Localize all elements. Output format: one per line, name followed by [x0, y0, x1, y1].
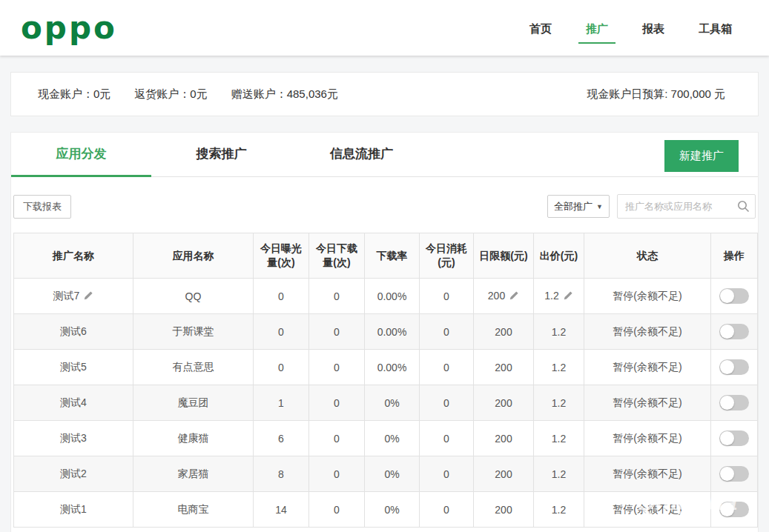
tab-feed-promotion[interactable]: 信息流推广 [291, 133, 432, 177]
toggle-knob [720, 360, 734, 374]
cell-daily-limit: 200 [474, 350, 534, 385]
cell-app-name: QQ [133, 279, 254, 314]
col-header-status: 状态 [584, 233, 711, 279]
cell-daily-limit: 200 [474, 385, 534, 421]
col-header-daily-limit: 日限额(元) [474, 233, 534, 279]
cell-spend: 0 [420, 314, 474, 350]
cell-campaign-name: 测试1 [14, 492, 133, 528]
cell-download-rate: 0.00% [365, 314, 420, 350]
cell-actions [711, 279, 758, 314]
cell-download-rate: 0% [365, 421, 420, 456]
cell-bid: 1.2 [534, 492, 584, 528]
edit-limit-icon[interactable] [509, 290, 519, 303]
promotion-type-tabs: 应用分发 搜索推广 信息流推广 新建推广 [11, 133, 758, 177]
chevron-down-icon: ▼ [596, 203, 603, 210]
toggle-knob [720, 289, 734, 303]
campaign-filter-dropdown[interactable]: 全部推广 ▼ [547, 195, 610, 218]
cell-app-name: 有点意思 [133, 350, 254, 385]
col-header-downloads-today: 今日下载量(次) [309, 233, 365, 279]
cell-download-rate: 0% [365, 492, 420, 528]
cell-impressions: 0 [254, 279, 309, 314]
cell-download-rate: 0.00% [365, 350, 420, 385]
cell-impressions: 0 [254, 350, 309, 385]
cell-spend: 0 [420, 279, 474, 314]
enable-toggle[interactable] [719, 395, 749, 410]
cell-daily-limit: 200 [474, 421, 534, 456]
cell-downloads: 0 [309, 350, 365, 385]
edit-bid-icon[interactable] [563, 290, 573, 303]
toolbar-right-group: 全部推广 ▼ [547, 194, 756, 219]
cell-downloads: 0 [309, 279, 365, 314]
top-header: oppo 首页 推广 报表 工具箱 [0, 0, 769, 56]
col-header-actions: 操作 [711, 233, 758, 279]
cell-bid: 1.2 [534, 279, 584, 314]
table-row: 测试2 家居猫 8 0 0% 0 200 1.2 暂停(余额不足) [14, 456, 758, 492]
cell-daily-limit: 200 [474, 492, 534, 528]
cell-impressions: 8 [254, 456, 309, 492]
cell-impressions: 1 [254, 385, 309, 421]
table-row: 测试5 有点意思 0 0 0.00% 0 200 1.2 暂停(余额不足) [14, 350, 758, 385]
enable-toggle[interactable] [719, 324, 749, 339]
promotion-panel: 应用分发 搜索推广 信息流推广 新建推广 下载报表 全部推广 ▼ [10, 132, 759, 532]
cell-spend: 0 [420, 385, 474, 421]
main-nav: 首页 推广 报表 工具箱 [503, 0, 769, 56]
enable-toggle[interactable] [719, 359, 749, 375]
col-header-app-name: 应用名称 [133, 233, 254, 279]
col-header-campaign-name: 推广名称 [14, 233, 133, 279]
tab-search-promotion[interactable]: 搜索推广 [151, 133, 291, 177]
cell-campaign-name: 测试4 [14, 385, 133, 421]
tab-app-distribution[interactable]: 应用分发 [11, 133, 151, 177]
enable-toggle[interactable] [719, 430, 749, 446]
cell-downloads: 0 [309, 421, 365, 456]
return-account-balance: 返货账户：0元 [134, 87, 207, 102]
cell-bid: 1.2 [534, 350, 584, 385]
table-header-row: 推广名称 应用名称 今日曝光量(次) 今日下载量(次) 下载率 今日消耗(元) … [14, 233, 758, 279]
cell-bid: 1.2 [534, 456, 584, 492]
new-campaign-button[interactable]: 新建推广 [664, 140, 739, 172]
cell-spend: 0 [420, 421, 474, 456]
cell-actions [711, 492, 758, 528]
campaign-filter-value: 全部推广 [554, 200, 593, 213]
nav-item-toolbox[interactable]: 工具箱 [691, 0, 739, 44]
nav-item-home[interactable]: 首页 [522, 0, 559, 44]
download-report-button[interactable]: 下载报表 [13, 195, 71, 219]
table-toolbar: 下载报表 全部推广 ▼ [11, 177, 758, 219]
toggle-knob [720, 396, 734, 410]
cell-daily-limit: 200 [474, 456, 534, 492]
table-row: 测试4 魔豆团 1 0 0% 0 200 1.2 暂停(余额不足) [14, 385, 758, 421]
cash-account-balance: 现金账户：0元 [38, 87, 110, 102]
edit-name-icon[interactable] [83, 290, 93, 303]
cell-campaign-name: 测试7 [14, 279, 133, 314]
cell-bid: 1.2 [534, 385, 584, 421]
enable-toggle[interactable] [719, 288, 749, 304]
cell-spend: 0 [420, 492, 474, 528]
enable-toggle[interactable] [719, 466, 749, 482]
table-row: 测试7 QQ 0 0 0.00% 0 200 1.2 暂停(余额不足) [14, 279, 758, 314]
gift-account-balance: 赠送账户：485,036元 [231, 87, 338, 102]
cash-daily-budget: 现金账户日预算: 700,000 元 [587, 87, 725, 102]
cell-status: 暂停(余额不足) [584, 314, 711, 350]
cell-impressions: 0 [254, 314, 309, 350]
cell-status: 暂停(余额不足) [584, 421, 711, 456]
cell-spend: 0 [420, 350, 474, 385]
cell-campaign-name: 测试5 [14, 350, 133, 385]
cell-downloads: 0 [309, 456, 365, 492]
campaign-table: 推广名称 应用名称 今日曝光量(次) 今日下载量(次) 下载率 今日消耗(元) … [13, 233, 758, 528]
cell-app-name: 健康猫 [133, 421, 254, 456]
search-icon[interactable] [737, 200, 750, 216]
cell-download-rate: 0% [365, 385, 420, 421]
search-input[interactable] [617, 194, 756, 219]
cell-campaign-name: 测试3 [14, 421, 133, 456]
cell-download-rate: 0% [365, 456, 420, 492]
nav-item-reports[interactable]: 报表 [635, 0, 672, 44]
enable-toggle[interactable] [719, 502, 749, 517]
cell-status: 暂停(余额不足) [584, 385, 711, 421]
cell-status: 暂停(余额不足) [584, 456, 711, 492]
toggle-knob [720, 467, 734, 481]
oppo-logo[interactable]: oppo [21, 13, 117, 44]
search-box [617, 194, 756, 219]
cell-status: 暂停(余额不足) [584, 350, 711, 385]
table-row: 测试6 于斯课堂 0 0 0.00% 0 200 1.2 暂停(余额不足) [14, 314, 758, 350]
cell-spend: 0 [420, 456, 474, 492]
nav-item-promotion[interactable]: 推广 [578, 0, 615, 44]
